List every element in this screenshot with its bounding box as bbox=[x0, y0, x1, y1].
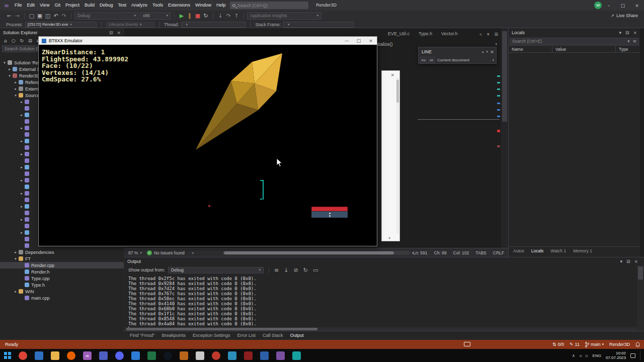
panel-header-icon[interactable]: × bbox=[634, 259, 638, 264]
tab-overflow-icon[interactable]: ⊞ bbox=[494, 32, 498, 37]
scroll-left-icon[interactable]: ◂ bbox=[192, 251, 194, 255]
file-explorer-icon[interactable] bbox=[51, 351, 59, 360]
window-control-button[interactable]: × bbox=[630, 0, 644, 11]
eol-mode[interactable]: CRLF bbox=[493, 250, 504, 255]
expand-arrow-icon[interactable]: ▾ bbox=[2, 61, 7, 65]
installer-icon[interactable] bbox=[212, 351, 220, 360]
menu-item[interactable]: Extensions bbox=[166, 0, 193, 11]
nav-icon[interactable]: ← bbox=[5, 13, 13, 19]
tree-item[interactable]: ▾ FT bbox=[0, 255, 124, 262]
tab-overflow-icon[interactable]: ▾ bbox=[487, 32, 490, 37]
firefox-icon[interactable] bbox=[67, 351, 75, 360]
menu-item[interactable]: Edit bbox=[25, 0, 38, 11]
expand-arrow-icon[interactable]: ▸ bbox=[13, 80, 18, 84]
output-hscrollbar[interactable] bbox=[124, 327, 637, 331]
step-icon[interactable]: ↷ bbox=[224, 13, 232, 19]
close-icon[interactable]: × bbox=[390, 72, 394, 77]
menu-item[interactable]: Project bbox=[63, 0, 82, 11]
expand-arrow-icon[interactable]: ▸ bbox=[19, 139, 24, 143]
panel-header-icon[interactable]: ⊟ bbox=[109, 30, 113, 35]
char-indicator[interactable]: Ch: 99 bbox=[434, 250, 447, 255]
teams-icon[interactable] bbox=[99, 351, 108, 360]
column-header[interactable]: Value bbox=[552, 46, 615, 52]
output-source-dropdown[interactable]: Debug▾ bbox=[168, 267, 264, 274]
search-input[interactable] bbox=[237, 3, 298, 8]
bottom-panel-tab[interactable]: Output bbox=[287, 331, 307, 340]
watch-tab[interactable]: Locals bbox=[528, 247, 547, 255]
output-vscrollbar[interactable] bbox=[637, 265, 644, 331]
find-nav-icon[interactable]: ▴ bbox=[482, 50, 484, 54]
debug-control-icon[interactable]: ■ bbox=[194, 13, 202, 19]
action-center-icon[interactable] bbox=[630, 353, 635, 358]
file-tool-icon[interactable]: ▣ bbox=[36, 13, 44, 19]
panel-header-icon[interactable]: ▾ bbox=[620, 259, 622, 264]
vscode-icon[interactable] bbox=[228, 351, 236, 360]
debug-control-icon[interactable]: ∥ bbox=[186, 13, 194, 19]
discord-icon[interactable] bbox=[115, 351, 124, 360]
watch-tab[interactable]: Memory 1 bbox=[570, 247, 596, 255]
process-dropdown[interactable]: [25172] Render3D.exe▾ bbox=[25, 22, 97, 28]
locals-search-input[interactable] bbox=[512, 39, 627, 44]
app-insights-dropdown[interactable]: Application Insights▾ bbox=[247, 12, 321, 20]
expand-arrow-icon[interactable]: ▸ bbox=[13, 250, 18, 254]
start-button[interactable] bbox=[4, 352, 11, 359]
menu-item[interactable]: View bbox=[37, 0, 52, 11]
window-splitter[interactable] bbox=[418, 119, 500, 120]
expand-arrow-icon[interactable]: ▾ bbox=[13, 94, 18, 98]
panel-header-icon[interactable]: ⊟ bbox=[625, 30, 629, 35]
expand-arrow-icon[interactable]: ▸ bbox=[19, 192, 24, 196]
zoom-level[interactable]: 87 % bbox=[128, 250, 138, 255]
thread-dropdown[interactable]: ▾ bbox=[181, 22, 246, 28]
document-tab[interactable]: EVE_Util.c bbox=[383, 28, 414, 40]
menu-item[interactable]: Tools bbox=[150, 0, 166, 11]
emulator-window-button[interactable]: □ bbox=[353, 37, 365, 45]
nav-icon[interactable]: → bbox=[13, 13, 21, 19]
tree-item[interactable]: ▸ Dependencies bbox=[0, 249, 124, 255]
bottom-panel-tab[interactable]: Exception Settings bbox=[189, 331, 234, 340]
chevron-down-icon[interactable]: ▾ bbox=[388, 236, 390, 240]
column-header[interactable]: Name bbox=[509, 46, 552, 52]
scrollbar[interactable] bbox=[396, 78, 399, 234]
line-indicator[interactable]: Ln: 591 bbox=[413, 250, 427, 255]
locals-search-box[interactable]: ▾≡ bbox=[510, 38, 639, 45]
column-indicator[interactable]: Col: 102 bbox=[453, 250, 469, 255]
word-icon[interactable] bbox=[260, 351, 269, 360]
gog-galaxy-icon[interactable] bbox=[196, 351, 204, 360]
horizontal-scrollbar[interactable] bbox=[223, 251, 410, 255]
avatar[interactable]: M bbox=[594, 2, 602, 9]
output-tool-icon[interactable]: ↻ bbox=[303, 267, 308, 274]
scrollbar-thumb[interactable] bbox=[638, 266, 643, 280]
indent-mode[interactable]: TABS bbox=[475, 250, 487, 255]
bottom-panel-tab[interactable]: Find "Fmod" bbox=[126, 331, 158, 340]
document-tab[interactable]: Vector.h bbox=[437, 28, 462, 40]
bottom-panel-tab[interactable]: Breakpoints bbox=[158, 331, 189, 340]
tree-item[interactable]: Render.h bbox=[0, 268, 124, 275]
expand-arrow-icon[interactable]: ▸ bbox=[19, 178, 24, 183]
menu-item[interactable]: Analyze bbox=[129, 0, 150, 11]
bottom-panel-tab[interactable]: Call Stack bbox=[259, 331, 287, 340]
bell-icon[interactable] bbox=[635, 342, 640, 347]
menu-item[interactable]: Test bbox=[115, 0, 129, 11]
emulator-title-bar[interactable]: BT8XX Emulator —□× bbox=[39, 37, 377, 45]
solution-config-dropdown[interactable]: Debug▾ bbox=[74, 12, 139, 20]
step-icon[interactable]: ↑ bbox=[232, 13, 240, 19]
search-option-icon[interactable]: ≡ bbox=[632, 39, 636, 44]
expand-arrow-icon[interactable]: ▸ bbox=[19, 231, 24, 235]
output-tool-icon[interactable]: ▭ bbox=[313, 267, 318, 274]
emulator-window-button[interactable]: × bbox=[365, 37, 377, 45]
git-branch[interactable]: main▾ bbox=[585, 342, 604, 347]
feedback-monitor-icon[interactable] bbox=[464, 342, 470, 346]
emulator-window-button[interactable]: — bbox=[341, 37, 353, 45]
expand-arrow-icon[interactable]: ▸ bbox=[19, 126, 24, 130]
language-indicator[interactable]: ENG bbox=[593, 353, 601, 358]
show-desktop-button[interactable] bbox=[640, 350, 641, 360]
output-tool-icon[interactable]: ↓ bbox=[284, 267, 288, 274]
lifecycle-events-dropdown[interactable]: Lifecycle Events▾ bbox=[106, 22, 154, 28]
tray-icon[interactable]: ▫ bbox=[580, 353, 582, 358]
clock[interactable]: 10:02 07.07.2023 bbox=[606, 351, 626, 360]
git-repo[interactable]: Render3D bbox=[609, 342, 630, 347]
slack-icon[interactable] bbox=[276, 351, 285, 360]
platform-dropdown[interactable]: x86▾ bbox=[140, 12, 171, 20]
tree-item[interactable]: ▸ WIN bbox=[0, 288, 124, 295]
panel-header-icon[interactable]: ▾ bbox=[619, 30, 621, 35]
